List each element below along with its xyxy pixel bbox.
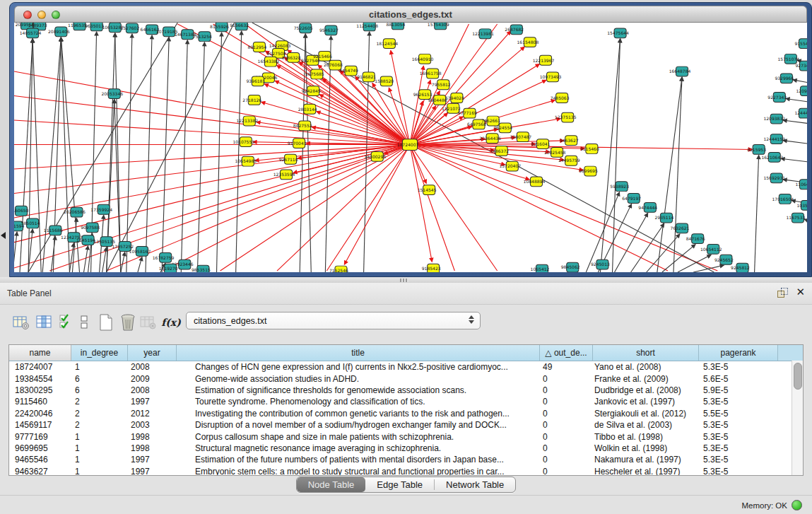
- table-cell: Stergiakouli et al. (2012): [593, 409, 699, 419]
- table-row[interactable]: 977716911998Corpus callosum shape and si…: [9, 431, 803, 442]
- show-columns-icon[interactable]: [35, 312, 54, 333]
- window-title: citations_edges.txt: [15, 9, 806, 20]
- graph-edge: [300, 34, 305, 272]
- graph-node-label: 7632621: [671, 226, 690, 230]
- graph-edge: [217, 33, 222, 272]
- network-graph-canvas[interactable]: 8912954142260839127508818632893275469215…: [14, 23, 807, 272]
- graph-node-label: 17016504: [772, 197, 794, 201]
- table-vertical-scrollbar[interactable]: [792, 361, 803, 475]
- table-cell: 0: [540, 432, 593, 442]
- graph-node-label: 8215953: [747, 147, 766, 152]
- window-titlebar[interactable]: citations_edges.txt: [14, 6, 807, 23]
- table-row[interactable]: 946362711997Embryonic stem cells: a mode…: [9, 466, 803, 476]
- graph-edge: [121, 252, 125, 272]
- memory-status-indicator[interactable]: [792, 500, 802, 510]
- table-row[interactable]: 1830029562008Estimation of significance …: [9, 385, 803, 396]
- table-cell: 1998: [128, 432, 177, 442]
- column-header-in_degree[interactable]: in_degree: [71, 345, 128, 361]
- table-cell: 18724007: [9, 362, 71, 372]
- table-cell: 5.3E-5: [699, 362, 778, 372]
- column-header-title[interactable]: title: [177, 345, 540, 361]
- column-header-short[interactable]: short: [593, 345, 699, 361]
- graph-node-label: 1588520: [375, 78, 394, 83]
- select-rows-icon[interactable]: [57, 312, 76, 333]
- delete-table-icon[interactable]: [118, 312, 138, 333]
- graph-edge: [657, 77, 682, 272]
- graph-node-label: 20206586: [64, 210, 86, 215]
- column-header-name[interactable]: name: [9, 345, 71, 361]
- column-header-out_de[interactable]: △ out_de...: [540, 345, 593, 361]
- graph-node-label: 1121072: [442, 106, 461, 111]
- tab-edge-table[interactable]: Edge Table: [365, 477, 434, 492]
- graph-edge: [305, 34, 311, 272]
- graph-node-label: 8427552: [293, 123, 312, 128]
- graph-edge: [783, 141, 807, 145]
- table-row[interactable]: 911546021997Tourette syndrome. Phenomeno…: [9, 396, 803, 407]
- graph-node-label: 10107553: [233, 139, 254, 144]
- row-height-icon[interactable]: [78, 312, 90, 333]
- graph-node-label: 10848894: [524, 179, 546, 184]
- table-cell: 14569117: [9, 420, 71, 430]
- table-cell: 0: [540, 409, 593, 419]
- graph-node-label: 103554: [796, 203, 807, 208]
- graph-edge: [162, 37, 169, 272]
- graph-edge: [786, 98, 807, 103]
- graph-node-label: 16782759: [153, 255, 175, 260]
- graph-edge: [673, 77, 682, 272]
- table-cell: Tibbo et al. (1998): [593, 432, 699, 442]
- panel-divider-grip-icon[interactable]: [400, 279, 408, 282]
- graph-node-label: 15751074: [778, 57, 800, 62]
- graph-node-label: 9845062: [561, 264, 580, 269]
- collapse-left-arrow-icon[interactable]: [1, 232, 6, 239]
- graph-edge: [53, 37, 61, 272]
- table-cell: 2008: [128, 362, 177, 372]
- panel-divider[interactable]: [0, 277, 812, 283]
- graph-node-label: 7513254: [193, 34, 212, 39]
- table-cell: Hescheler et al. (1997): [593, 467, 699, 476]
- table-row[interactable]: 2242004622012Investigating the contribut…: [9, 408, 803, 419]
- table-row[interactable]: 1456911722003Disruption of a novel membe…: [9, 419, 803, 431]
- table-cell: 5.9E-5: [699, 385, 778, 395]
- table-row[interactable]: 969969511998Structural magnetic resonanc…: [9, 443, 803, 454]
- table-row[interactable]: 1938455462009Genome-wide association stu…: [9, 373, 803, 384]
- graph-edge: [783, 120, 807, 124]
- column-header-pagerank[interactable]: pagerank: [699, 345, 778, 361]
- graph-node-label: 7485063: [551, 95, 570, 100]
- table-cell: Structural magnetic resonance image aver…: [177, 443, 540, 453]
- table-cell: 18300295: [9, 385, 71, 395]
- graph-node-label: 15754309: [428, 23, 449, 27]
- table-cell: 0: [540, 467, 593, 476]
- graph-node-label: 9245652: [714, 257, 734, 262]
- graph-node-label: 10654985: [235, 159, 257, 164]
- graph-node-label: 18124544: [376, 41, 398, 46]
- graph-node-label: 1145194: [76, 238, 95, 243]
- table-settings-icon[interactable]: [11, 312, 31, 333]
- network-view-window[interactable]: citations_edges.txt 89129541422608391275…: [9, 2, 812, 277]
- table-row[interactable]: 946554611997Estimation of the future num…: [9, 454, 803, 465]
- graph-edge: [693, 265, 724, 272]
- graph-node-label: 9329966: [775, 76, 794, 81]
- scrollbar-thumb[interactable]: [794, 363, 802, 390]
- graph-node-label: 2160650: [14, 209, 29, 214]
- graph-edge: [322, 78, 410, 145]
- tab-network-table[interactable]: Network Table: [435, 477, 515, 492]
- graph-node-label: 9327546: [301, 58, 320, 63]
- graph-edge: [138, 257, 142, 272]
- close-panel-icon[interactable]: ✕: [796, 286, 805, 298]
- network-table-select[interactable]: citations_edges.txt: [186, 312, 481, 329]
- tab-node-table[interactable]: Node Table: [297, 477, 366, 492]
- graph-node-label: 7955812: [432, 82, 451, 87]
- table-cell: 19384554: [9, 374, 71, 384]
- table-cell: 5.5E-5: [699, 409, 778, 419]
- application-screen: citations_edges.txt 89129541422608391275…: [0, 0, 812, 514]
- function-builder-icon[interactable]: f(x): [161, 312, 181, 333]
- graph-node-label: 9245812: [731, 265, 750, 270]
- table-cell: 0: [540, 397, 593, 407]
- table-row[interactable]: 1872400712008Changes of HCN gene express…: [9, 361, 803, 373]
- table-cell: Dudbridge et al. (2008): [593, 385, 699, 395]
- column-header-year[interactable]: year: [128, 345, 177, 361]
- graph-edge: [344, 145, 410, 265]
- float-panel-icon[interactable]: [777, 288, 788, 298]
- citation-network-graph[interactable]: 8912954142260839127508818632893275469215…: [14, 23, 807, 272]
- new-table-icon[interactable]: [96, 312, 116, 333]
